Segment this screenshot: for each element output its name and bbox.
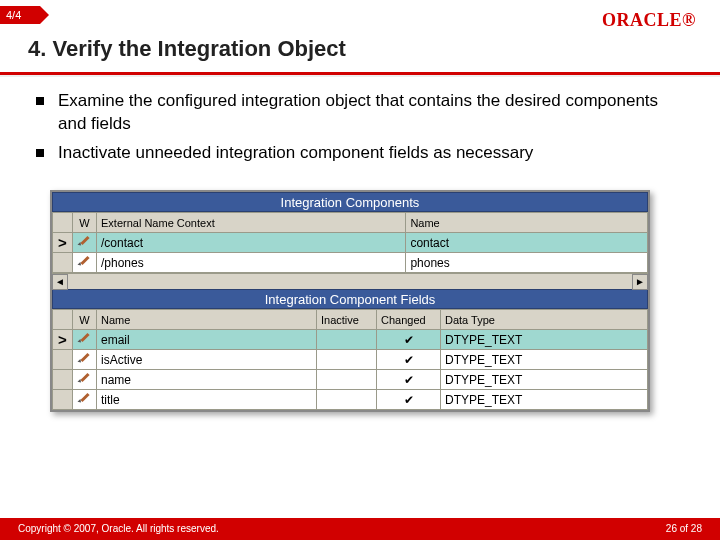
table-row[interactable]: title ✔ DTYPE_TEXT (53, 390, 648, 410)
table-row[interactable]: name ✔ DTYPE_TEXT (53, 370, 648, 390)
row-selector[interactable] (53, 350, 73, 370)
cell-datatype[interactable]: DTYPE_TEXT (441, 370, 648, 390)
cell-name[interactable]: name (97, 370, 317, 390)
cell-datatype[interactable]: DTYPE_TEXT (441, 330, 648, 350)
red-separator (0, 72, 720, 75)
edit-cell[interactable] (73, 390, 97, 410)
bullet-item: Inactivate unneeded integration componen… (36, 142, 676, 165)
scroll-left-button[interactable]: ◄ (52, 274, 68, 290)
horizontal-scrollbar[interactable]: ◄ ► (52, 273, 648, 289)
row-selector[interactable] (53, 253, 73, 273)
caret-icon: > (53, 331, 72, 349)
components-table[interactable]: W External Name Context Name > /contact … (52, 212, 648, 273)
cell-datatype[interactable]: DTYPE_TEXT (441, 350, 648, 370)
table-row[interactable]: > /contact contact (53, 233, 648, 253)
cell-changed[interactable]: ✔ (377, 390, 441, 410)
cell-name[interactable]: contact (406, 233, 648, 253)
header-blank (53, 213, 73, 233)
cell-name[interactable]: email (97, 330, 317, 350)
cell-external-name[interactable]: /contact (97, 233, 406, 253)
row-selector[interactable] (53, 370, 73, 390)
cell-name[interactable]: title (97, 390, 317, 410)
header-external-name[interactable]: External Name Context (97, 213, 406, 233)
page-number: 26 of 28 (666, 518, 702, 540)
fields-table[interactable]: W Name Inactive Changed Data Type > emai… (52, 309, 648, 410)
pencil-icon (79, 352, 91, 364)
edit-cell[interactable] (73, 350, 97, 370)
cell-inactive[interactable] (317, 370, 377, 390)
header-datatype[interactable]: Data Type (441, 310, 648, 330)
progress-tab: 4/4 (0, 6, 40, 24)
integration-component-fields-panel: Integration Component Fields W Name Inac… (52, 289, 648, 410)
header-blank (53, 310, 73, 330)
cell-changed[interactable]: ✔ (377, 370, 441, 390)
header-w[interactable]: W (73, 213, 97, 233)
integration-components-panel: Integration Components W External Name C… (52, 192, 648, 289)
table-row[interactable]: > email ✔ DTYPE_TEXT (53, 330, 648, 350)
cell-changed[interactable]: ✔ (377, 330, 441, 350)
cell-name[interactable]: isActive (97, 350, 317, 370)
table-row[interactable]: /phones phones (53, 253, 648, 273)
pencil-icon (79, 372, 91, 384)
edit-cell[interactable] (73, 370, 97, 390)
header-inactive[interactable]: Inactive (317, 310, 377, 330)
panel1-title: Integration Components (52, 192, 648, 212)
header-changed[interactable]: Changed (377, 310, 441, 330)
row-selector[interactable] (53, 390, 73, 410)
cell-inactive[interactable] (317, 390, 377, 410)
header-row: W Name Inactive Changed Data Type (53, 310, 648, 330)
row-selector[interactable]: > (53, 330, 73, 350)
slide-title: 4. Verify the Integration Object (28, 36, 346, 62)
scroll-right-button[interactable]: ► (632, 274, 648, 290)
screenshot-container: Integration Components W External Name C… (50, 190, 650, 412)
cell-external-name[interactable]: /phones (97, 253, 406, 273)
bullet-list: Examine the configured integration objec… (36, 90, 676, 171)
pencil-icon (79, 392, 91, 404)
oracle-logo: ORACLE® (602, 10, 696, 31)
pencil-icon (79, 235, 91, 247)
cell-inactive[interactable] (317, 330, 377, 350)
edit-cell[interactable] (73, 330, 97, 350)
cell-name[interactable]: phones (406, 253, 648, 273)
pencil-icon (79, 255, 91, 267)
pencil-icon (79, 332, 91, 344)
cell-inactive[interactable] (317, 350, 377, 370)
edit-cell[interactable] (73, 233, 97, 253)
footer-bar: Copyright © 2007, Oracle. All rights res… (0, 518, 720, 540)
caret-icon: > (53, 234, 72, 252)
row-selector[interactable]: > (53, 233, 73, 253)
header-name[interactable]: Name (97, 310, 317, 330)
header-w[interactable]: W (73, 310, 97, 330)
header-name[interactable]: Name (406, 213, 648, 233)
copyright-text: Copyright © 2007, Oracle. All rights res… (18, 518, 219, 540)
bullet-item: Examine the configured integration objec… (36, 90, 676, 136)
table-row[interactable]: isActive ✔ DTYPE_TEXT (53, 350, 648, 370)
panel2-title: Integration Component Fields (52, 289, 648, 309)
cell-datatype[interactable]: DTYPE_TEXT (441, 390, 648, 410)
edit-cell[interactable] (73, 253, 97, 273)
cell-changed[interactable]: ✔ (377, 350, 441, 370)
header-row: W External Name Context Name (53, 213, 648, 233)
